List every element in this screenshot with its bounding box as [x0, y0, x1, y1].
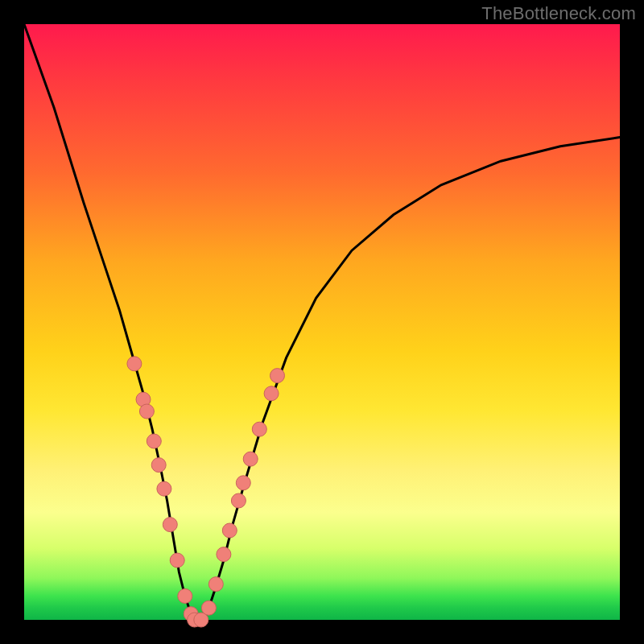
marker-point — [236, 476, 250, 490]
marker-point — [243, 452, 258, 466]
marker-point — [270, 369, 285, 383]
bottleneck-curve — [24, 24, 620, 620]
marker-point — [264, 386, 279, 401]
marker-point — [151, 458, 166, 473]
marker-point — [139, 404, 154, 419]
chart-svg — [24, 24, 620, 620]
marker-point — [163, 518, 177, 532]
watermark-label: TheBottleneck.com — [481, 3, 636, 24]
marker-point — [217, 547, 231, 562]
marker-point — [208, 577, 223, 592]
marker-point — [147, 434, 161, 448]
marker-point — [178, 588, 192, 603]
marker-point — [170, 553, 184, 568]
marker-point — [252, 422, 266, 436]
marker-point — [231, 493, 246, 508]
marker-point — [222, 523, 237, 538]
marker-point — [201, 601, 216, 615]
curve-group — [24, 24, 620, 620]
chart-frame: TheBottleneck.com — [0, 0, 644, 644]
marker-group — [127, 357, 285, 627]
marker-point — [127, 357, 142, 371]
marker-point — [157, 481, 171, 496]
